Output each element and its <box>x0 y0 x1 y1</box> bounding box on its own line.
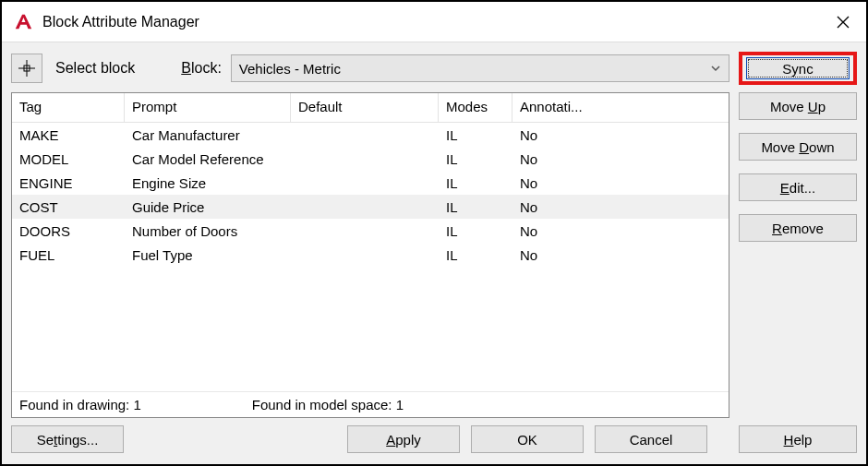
status-bar: Found in drawing: 1 Found in model space… <box>12 391 729 417</box>
col-header-default[interactable]: Default <box>291 93 439 122</box>
cell-modes: IL <box>439 125 512 145</box>
dialog-title: Block Attribute Manager <box>42 14 199 30</box>
table-row[interactable]: FUELFuel TypeILNo <box>12 243 729 267</box>
cell-modes: IL <box>439 149 512 169</box>
sync-button[interactable]: Sync <box>746 57 850 79</box>
cell-default <box>291 181 439 185</box>
table-header: Tag Prompt Default Modes Annotati... <box>12 93 729 123</box>
table-row[interactable]: MODELCar Model ReferenceILNo <box>12 147 729 171</box>
cell-annotative: No <box>512 245 729 265</box>
table-row[interactable]: ENGINEEngine SizeILNo <box>12 171 729 195</box>
attribute-list-panel: Tag Prompt Default Modes Annotati... MAK… <box>11 92 729 418</box>
cell-annotative: No <box>512 197 729 217</box>
cell-modes: IL <box>439 245 512 265</box>
cell-prompt: Number of Doors <box>125 221 291 241</box>
cell-prompt: Fuel Type <box>125 245 291 265</box>
attribute-table: Tag Prompt Default Modes Annotati... MAK… <box>12 93 729 391</box>
cell-annotative: No <box>512 221 729 241</box>
cell-tag: MAKE <box>12 125 125 145</box>
table-row[interactable]: COSTGuide PriceILNo <box>12 195 729 219</box>
cell-annotative: No <box>512 125 729 145</box>
block-dropdown[interactable]: Vehicles - Metric <box>231 54 729 82</box>
cell-prompt: Car Model Reference <box>125 149 291 169</box>
cell-prompt: Guide Price <box>125 197 291 217</box>
cell-prompt: Engine Size <box>125 173 291 193</box>
table-row[interactable]: DOORSNumber of DoorsILNo <box>12 219 729 243</box>
select-block-pick-button[interactable] <box>11 54 42 83</box>
move-down-button[interactable]: Move Down <box>739 133 857 161</box>
app-icon <box>11 10 35 34</box>
cell-modes: IL <box>439 221 512 241</box>
cell-default <box>291 229 439 233</box>
col-header-tag[interactable]: Tag <box>12 93 125 122</box>
col-header-annotative[interactable]: Annotati... <box>512 93 729 122</box>
cancel-button[interactable]: Cancel <box>595 425 707 453</box>
chevron-down-icon <box>710 63 721 74</box>
status-found-drawing: Found in drawing: 1 <box>19 397 141 412</box>
crosshair-icon <box>18 59 36 78</box>
cell-tag: COST <box>12 197 125 217</box>
cell-annotative: No <box>512 149 729 169</box>
col-header-prompt[interactable]: Prompt <box>125 93 291 122</box>
cell-default <box>291 133 439 137</box>
cell-default <box>291 253 439 257</box>
top-row: Select block Block: Vehicles - Metric Sy… <box>11 52 857 85</box>
cell-tag: MODEL <box>12 149 125 169</box>
select-block-label: Select block <box>55 60 135 77</box>
bottom-row: Settings... Apply OK Cancel Help <box>11 425 857 453</box>
sync-highlight: Sync <box>739 52 857 85</box>
sync-button-label: Sync <box>782 61 813 77</box>
block-dropdown-value: Vehicles - Metric <box>239 61 341 77</box>
remove-button[interactable]: Remove <box>739 214 857 242</box>
cell-prompt: Car Manufacturer <box>125 125 291 145</box>
col-header-modes[interactable]: Modes <box>439 93 512 122</box>
titlebar: Block Attribute Manager <box>2 2 866 42</box>
dialog-window: Block Attribute Manager Select block Blo… <box>0 0 868 466</box>
close-button[interactable] <box>820 2 866 42</box>
help-button[interactable]: Help <box>739 425 857 453</box>
status-found-model: Found in model space: 1 <box>252 397 404 412</box>
cell-default <box>291 205 439 209</box>
apply-button[interactable]: Apply <box>347 425 460 453</box>
move-up-button[interactable]: Move Up <box>739 92 857 120</box>
settings-button[interactable]: Settings... <box>11 425 124 453</box>
cell-annotative: No <box>512 173 729 193</box>
cell-tag: FUEL <box>12 245 125 265</box>
edit-button[interactable]: Edit... <box>739 173 857 201</box>
block-label: Block: <box>181 60 222 77</box>
cell-tag: ENGINE <box>12 173 125 193</box>
table-body: MAKECar ManufacturerILNoMODELCar Model R… <box>12 123 729 391</box>
cell-modes: IL <box>439 197 512 217</box>
cell-tag: DOORS <box>12 221 125 241</box>
close-icon <box>837 16 850 29</box>
cell-modes: IL <box>439 173 512 193</box>
table-row[interactable]: MAKECar ManufacturerILNo <box>12 123 729 147</box>
cell-default <box>291 157 439 161</box>
ok-button[interactable]: OK <box>471 425 584 453</box>
side-buttons: Move Up Move Down Edit... Remove <box>739 92 857 418</box>
